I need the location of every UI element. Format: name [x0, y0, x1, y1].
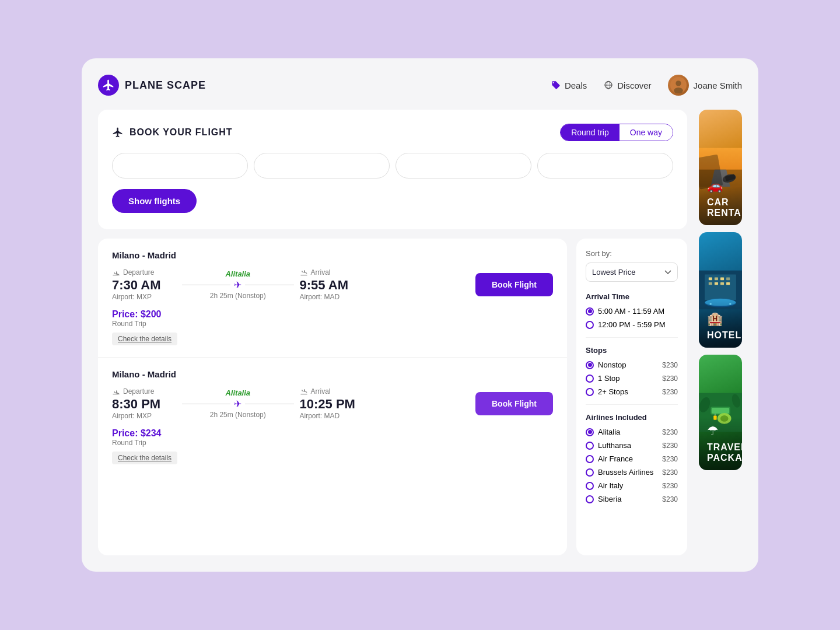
- airline-radio-0[interactable]: [586, 428, 594, 436]
- airline-radio-3[interactable]: [586, 468, 594, 477]
- airline-radio-5[interactable]: [586, 495, 594, 503]
- flight-middle-1: Alitalia ✈ 2h 25m (Nonstop): [176, 270, 300, 300]
- car-rentals-label: CAR RENTALS: [707, 197, 734, 218]
- svg-rect-16: [709, 282, 712, 285]
- stops-title: Stops: [586, 346, 678, 355]
- flight-middle-2: Alitalia ✈ 2h 25m (Nonstop): [176, 388, 300, 419]
- travel-packages-label: TRAVEL PACKAGES: [707, 442, 734, 463]
- flight-route-2: Milano - Madrid: [112, 369, 553, 379]
- check-details-2[interactable]: Check the details: [112, 452, 177, 464]
- nav-deals[interactable]: Deals: [551, 80, 587, 90]
- departure-input[interactable]: [112, 153, 248, 178]
- stops-item-1: 1 Stop $230: [586, 374, 678, 383]
- svg-rect-14: [720, 277, 724, 280]
- svg-rect-26: [712, 408, 729, 414]
- search-title-left: BOOK YOUR FLIGHT: [112, 127, 233, 138]
- avatar: [668, 75, 689, 96]
- flight-line-1: ✈: [182, 279, 294, 290]
- svg-rect-15: [726, 277, 730, 280]
- user-name: Joane Smith: [694, 80, 742, 90]
- main-card: PLANE SCAPE Deals Discover: [82, 58, 758, 572]
- stops-label-1: 1 Stop: [598, 374, 620, 383]
- show-flights-button[interactable]: Show flights: [112, 189, 197, 213]
- nav-discover[interactable]: Discover: [603, 80, 651, 90]
- airline-radio-2[interactable]: [586, 455, 594, 463]
- book-flight-button-2[interactable]: Book Flight: [475, 392, 553, 415]
- departure-time-2: 8:30 PM: [112, 397, 176, 412]
- airline-item-4: Air Italy $230: [586, 481, 678, 490]
- logo: PLANE SCAPE: [98, 75, 206, 96]
- arrival-info-1: Arrival 9:55 AM Airport: MAD: [300, 268, 364, 301]
- content-area: BOOK YOUR FLIGHT Round trip One way: [98, 110, 742, 555]
- travel-icon: ☂: [707, 424, 734, 439]
- price-2: Price: $234: [112, 428, 162, 439]
- arrival-time-item-0: 5:00 AM - 11:59 AM: [586, 307, 678, 316]
- flight-route-1: Milano - Madrid: [112, 250, 553, 260]
- stops-label-0: Nonstop: [598, 360, 626, 369]
- departure-info-1: Departure 7:30 AM Airport: MXP: [112, 268, 176, 301]
- flight-info-1: Departure 7:30 AM Airport: MXP Alitalia …: [112, 268, 553, 301]
- check-details-1[interactable]: Check the details: [112, 332, 177, 345]
- discover-label: Discover: [617, 80, 651, 90]
- airline-label-0: Alitalia: [598, 428, 620, 436]
- arrival-time-radio-0[interactable]: [586, 307, 594, 316]
- arrival-time-1: 9:55 AM: [300, 278, 364, 293]
- airline-item-1: Lufthansa $230: [586, 441, 678, 450]
- airline-label-2: Air France: [598, 454, 633, 463]
- hotels-overlay: 🏨 HOTELS: [699, 304, 742, 348]
- car-rentals-card[interactable]: 🚗 CAR RENTALS: [699, 110, 742, 225]
- one-way-button[interactable]: One way: [620, 124, 673, 141]
- arrival-label-1: Arrival: [300, 268, 364, 276]
- car-rentals-overlay: 🚗 CAR RENTALS: [699, 172, 742, 225]
- price-section-2: Price: $234 Round Trip: [112, 428, 162, 447]
- airline-item-3: Brussels Airlines $230: [586, 468, 678, 477]
- departure-airport-1: Airport: MXP: [112, 293, 176, 301]
- results-area: Milano - Madrid Departure 7:30 AM Airpor…: [98, 239, 687, 555]
- arrival-time-radio-1[interactable]: [586, 321, 594, 329]
- travel-packages-card[interactable]: ☂ TRAVEL PACKAGES: [699, 355, 742, 470]
- stops-price-0: $230: [662, 361, 678, 369]
- stops-radio-2[interactable]: [586, 388, 594, 396]
- stops-radio-1[interactable]: [586, 374, 594, 383]
- stops-label-2: 2+ Stops: [598, 387, 628, 396]
- arrival-info-2: Arrival 10:25 PM Airport: MAD: [300, 387, 364, 420]
- airline-radio-1[interactable]: [586, 442, 594, 450]
- arrival-time-label-0: 5:00 AM - 11:59 AM: [598, 307, 664, 316]
- arrival-input[interactable]: [254, 153, 390, 178]
- hotels-card[interactable]: 🏨 HOTELS: [699, 232, 742, 348]
- stops-radio-0[interactable]: [586, 361, 594, 369]
- airline-price-1: $230: [662, 442, 678, 450]
- return-date-wrap: [537, 153, 673, 178]
- stops-price-2: $230: [662, 388, 678, 396]
- airline-label-5: Siberia: [598, 495, 621, 503]
- airline-radio-4[interactable]: [586, 482, 594, 490]
- airline-price-4: $230: [662, 482, 678, 490]
- arrival-time-2: 10:25 PM: [300, 397, 364, 412]
- stops-price-1: $230: [662, 374, 678, 383]
- hotels-label: HOTELS: [707, 330, 734, 341]
- flight-card-2: Milano - Madrid Departure 8:30 PM Airpor…: [98, 358, 567, 476]
- departure-airport-2: Airport: MXP: [112, 412, 176, 420]
- flight-card-1: Milano - Madrid Departure 7:30 AM Airpor…: [98, 239, 567, 358]
- svg-rect-12: [709, 277, 712, 280]
- book-flight-button-1[interactable]: Book Flight: [475, 273, 553, 296]
- arrival-wrap: [254, 153, 390, 178]
- sort-label: Sort by:: [586, 249, 678, 258]
- search-title-row: BOOK YOUR FLIGHT Round trip One way: [112, 124, 673, 141]
- right-panel: 🚗 CAR RENTALS: [699, 110, 742, 555]
- flight-footer-2: Price: $234 Round Trip: [112, 428, 553, 447]
- arrival-time-title: Arrival Time: [586, 292, 678, 301]
- flight-info-2: Departure 8:30 PM Airport: MXP Alitalia …: [112, 387, 553, 420]
- trip-toggle: Round trip One way: [560, 124, 673, 141]
- sort-select[interactable]: Lowest Price Fastest Best Value: [586, 262, 678, 282]
- depart-date-input[interactable]: [396, 153, 531, 178]
- arrival-time-item-1: 12:00 PM - 5:59 PM: [586, 320, 678, 329]
- discover-icon: [603, 80, 614, 90]
- return-date-input[interactable]: [537, 153, 673, 178]
- nav-user[interactable]: Joane Smith: [668, 75, 742, 96]
- svg-rect-17: [715, 282, 718, 285]
- travel-packages-overlay: ☂ TRAVEL PACKAGES: [699, 416, 742, 470]
- hotel-icon: 🏨: [707, 312, 734, 327]
- round-trip-button[interactable]: Round trip: [561, 124, 620, 141]
- arrival-airport-1: Airport: MAD: [300, 293, 364, 301]
